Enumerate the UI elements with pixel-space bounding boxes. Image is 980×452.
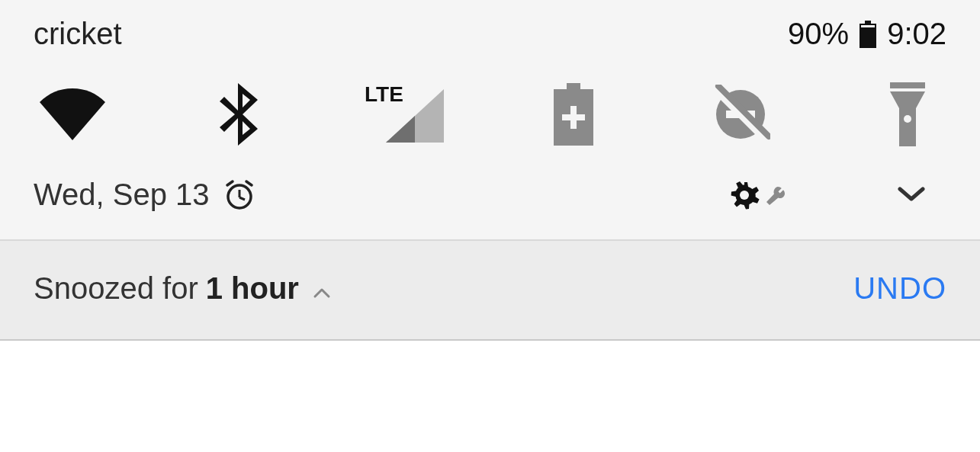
battery-saver-tile[interactable] <box>541 82 606 147</box>
bluetooth-icon <box>218 83 261 146</box>
info-row: Wed, Sep 13 <box>0 170 980 239</box>
expand-button[interactable] <box>876 179 946 211</box>
flashlight-icon <box>887 82 928 146</box>
svg-point-12 <box>904 115 911 123</box>
svg-line-15 <box>239 197 245 200</box>
cellular-tile[interactable]: LTE <box>374 82 439 147</box>
clock: 9:02 <box>887 17 946 51</box>
chevron-down-icon <box>898 187 925 204</box>
svg-rect-2 <box>861 25 875 27</box>
flashlight-tile[interactable] <box>875 82 940 147</box>
battery-percentage: 90% <box>788 17 849 51</box>
do-not-disturb-off-icon <box>711 85 770 144</box>
gear-icon <box>728 179 760 211</box>
wrench-icon <box>765 185 785 205</box>
svg-rect-11 <box>890 82 925 88</box>
snooze-text-group: Snoozed for 1 hour <box>34 271 331 306</box>
battery-icon <box>860 21 876 48</box>
status-right-cluster: 90% 9:02 <box>788 17 946 51</box>
wifi-icon <box>40 88 105 140</box>
chevron-up-icon <box>313 287 331 299</box>
carrier-label: cricket <box>34 17 122 51</box>
svg-line-16 <box>227 181 233 185</box>
date-label: Wed, Sep 13 <box>34 178 210 212</box>
snooze-duration-picker[interactable] <box>313 287 331 299</box>
snooze-duration: 1 hour <box>206 271 299 306</box>
svg-rect-0 <box>865 21 871 24</box>
alarm-icon[interactable] <box>223 179 255 211</box>
snooze-prefix: Snoozed for <box>34 271 198 306</box>
cellular-signal-icon: LTE <box>365 83 448 146</box>
snoozed-notification: Snoozed for 1 hour UNDO <box>0 241 980 341</box>
svg-rect-3 <box>567 83 580 89</box>
bluetooth-tile[interactable] <box>207 82 272 147</box>
quick-settings-row: LTE <box>0 59 980 170</box>
svg-point-18 <box>740 191 749 200</box>
wifi-tile[interactable] <box>40 82 105 147</box>
svg-line-17 <box>246 181 252 185</box>
lte-label: LTE <box>365 83 403 106</box>
status-bar: cricket 90% 9:02 <box>0 0 980 59</box>
notification-shade: cricket 90% 9:02 <box>0 0 980 241</box>
battery-saver-icon <box>554 83 593 146</box>
do-not-disturb-tile[interactable] <box>708 82 773 147</box>
undo-button[interactable]: UNDO <box>853 271 946 306</box>
settings-button[interactable] <box>728 179 785 211</box>
svg-rect-6 <box>562 114 585 120</box>
